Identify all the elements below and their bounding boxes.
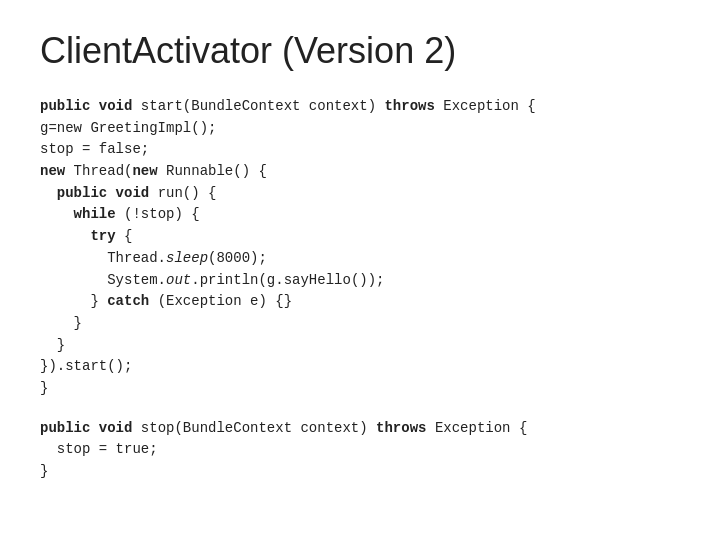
page-title: ClientActivator (Version 2)	[40, 30, 680, 72]
code-block-2: public void stop(BundleContext context) …	[40, 418, 680, 483]
code-block: public void start(BundleContext context)…	[40, 96, 680, 400]
section-gap	[40, 400, 680, 418]
page-container: ClientActivator (Version 2) public void …	[0, 0, 720, 540]
